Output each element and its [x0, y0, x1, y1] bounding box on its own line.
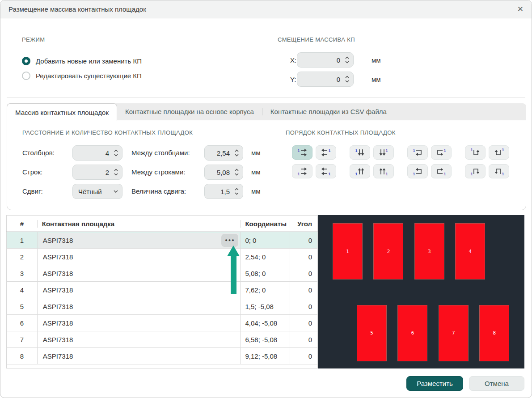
- preview-pad-number: 2: [387, 249, 390, 254]
- row-coords: 6,58; -5,08: [240, 331, 290, 347]
- table-row[interactable]: 4ASPI73187,62; 00: [6, 282, 318, 298]
- order-button-snake-cols-from-bottom-left[interactable]: 1: [465, 164, 486, 178]
- distance-spinner[interactable]: 2,54: [204, 145, 243, 161]
- shift-select[interactable]: Чётный: [72, 184, 122, 199]
- spinner-chevrons-icon[interactable]: [345, 75, 350, 84]
- order-group: 1111: [350, 145, 394, 178]
- svg-text:1: 1: [471, 172, 473, 176]
- cols-up-from-bottom-right-icon: 1: [378, 166, 389, 176]
- preview-pad-number: 3: [428, 249, 431, 254]
- chevron-down-icon[interactable]: [113, 190, 118, 193]
- preview-pad: 2: [373, 223, 403, 279]
- order-button-cols-up-from-bottom-right[interactable]: 1: [373, 164, 394, 178]
- row-coords: 1,5; -5,08: [240, 298, 290, 314]
- unit-label: мм: [372, 56, 381, 64]
- pad-name: ASPI7318: [37, 249, 241, 265]
- spinner-chevrons-icon[interactable]: [345, 55, 350, 64]
- annotation-arrow-shaft: [231, 256, 236, 294]
- pad-name: ASPI7318: [37, 348, 241, 364]
- spinner-value: 4: [78, 149, 114, 157]
- order-button-snake-rows-from-bottom-right[interactable]: 1: [431, 164, 452, 178]
- section-divider: [7, 97, 525, 98]
- distance-spinner[interactable]: 5,08: [204, 165, 243, 180]
- order-button-cols-up-from-bottom-left[interactable]: 1: [350, 164, 370, 178]
- spinner-chevrons-icon[interactable]: [114, 168, 118, 177]
- table-row[interactable]: 6ASPI73184,04; -5,080: [6, 315, 318, 331]
- cancel-button[interactable]: Отмена: [469, 376, 524, 391]
- snake-cols-from-bottom-left-icon: 1: [469, 166, 481, 176]
- offset-axis-label: X:: [290, 56, 297, 64]
- ellipsis-button[interactable]: ●●●: [221, 234, 238, 247]
- cols-down-from-top-right-icon: 1: [378, 148, 389, 157]
- radio-label: Добавить новые или заменить КП: [36, 57, 142, 65]
- pad-name: ASPI7318: [37, 265, 241, 281]
- row-number: 4: [7, 282, 37, 298]
- count-spinner[interactable]: 4: [72, 145, 122, 161]
- tab-pad-array[interactable]: Массив контактных площадок: [7, 103, 117, 121]
- order-button-snake-rows-from-top-left[interactable]: 1: [407, 145, 428, 160]
- radio-option[interactable]: Добавить новые или заменить КП: [22, 56, 142, 65]
- table-row[interactable]: 2ASPI73182,54; 00: [6, 249, 318, 265]
- row-coords: 7,62; 0: [240, 282, 290, 298]
- pad-array-dialog: Размещение массива контактных площадок ✕…: [0, 0, 532, 398]
- distance-spinner[interactable]: 1,5: [204, 184, 243, 199]
- row-number: 6: [7, 315, 37, 331]
- rows-left-from-top-right-icon: 1: [320, 148, 332, 157]
- unit-label: мм: [251, 168, 261, 176]
- table-row[interactable]: 8ASPI73189,12; -5,080: [6, 348, 318, 364]
- preview-pad: 8: [479, 305, 509, 361]
- spinner-value: 5,08: [210, 169, 234, 176]
- field-label: Столбцов:: [22, 149, 55, 157]
- radio-label: Редактировать существующие КП: [36, 72, 142, 80]
- order-button-rows-left-from-bottom-right[interactable]: 1: [316, 164, 336, 178]
- tab-footprint-pads[interactable]: Контактные площадки на основе корпуса: [117, 103, 262, 120]
- pad-name-field[interactable]: ASPI7318●●●: [38, 233, 240, 248]
- svg-text:1: 1: [355, 148, 358, 153]
- svg-text:1: 1: [471, 148, 473, 152]
- spinner-chevrons-icon[interactable]: [234, 148, 239, 157]
- count-spinner[interactable]: 2: [72, 165, 122, 180]
- cols-down-from-top-left-icon: 1: [354, 148, 366, 157]
- table-header: #Контактная площадкаКоординатыУгол: [6, 215, 318, 232]
- order-button-rows-right-from-top-left[interactable]: 1: [292, 145, 312, 160]
- offset-x-spinner[interactable]: 0: [297, 52, 354, 68]
- svg-text:1: 1: [329, 172, 331, 176]
- spinner-chevrons-icon[interactable]: [234, 168, 239, 177]
- row-number: 5: [7, 298, 37, 314]
- offset-y-spinner[interactable]: 0: [297, 72, 354, 87]
- order-button-cols-down-from-top-left[interactable]: 1: [350, 145, 370, 160]
- svg-text:1: 1: [386, 172, 388, 176]
- row-number: 2: [7, 249, 37, 265]
- spinner-chevrons-icon[interactable]: [234, 187, 239, 196]
- spinner-value: 2: [78, 169, 114, 176]
- row-angle: 0: [290, 249, 317, 265]
- tab-panel: РАССТОЯНИЕ И КОЛИЧЕСТВО КОНТАКТНЫХ ПЛОЩА…: [7, 120, 526, 210]
- order-button-snake-rows-from-top-right[interactable]: 1: [431, 145, 452, 160]
- order-button-snake-cols-from-top-left[interactable]: 1: [465, 145, 486, 160]
- radio-selected-icon[interactable]: [22, 57, 30, 65]
- table-row[interactable]: 5ASPI73181,5; -5,080: [6, 298, 318, 315]
- table-body: 1ASPI7318●●●0; 002ASPI73182,54; 003ASPI7…: [6, 232, 318, 364]
- preview-pad-number: 6: [411, 330, 414, 336]
- close-icon[interactable]: ✕: [517, 4, 524, 14]
- order-button-snake-cols-from-top-right[interactable]: 1: [489, 145, 509, 160]
- svg-text:1: 1: [298, 172, 300, 176]
- order-button-rows-left-from-top-right[interactable]: 1: [316, 145, 336, 160]
- order-button-rows-right-from-bottom-left[interactable]: 1: [292, 164, 312, 178]
- order-button-snake-rows-from-bottom-left[interactable]: 1: [407, 164, 428, 178]
- preview-pad-number: 4: [469, 249, 472, 254]
- preview-pad: 3: [414, 223, 444, 279]
- spinner-chevrons-icon[interactable]: [114, 148, 118, 157]
- order-button-snake-cols-from-bottom-right[interactable]: 1: [489, 164, 509, 178]
- radio-unselected-icon[interactable]: [22, 72, 30, 80]
- svg-text:1: 1: [444, 172, 446, 176]
- radio-option[interactable]: Редактировать существующие КП: [22, 71, 142, 80]
- place-button[interactable]: Разместить: [406, 376, 463, 391]
- spinner-value: 0: [303, 76, 345, 83]
- table-row[interactable]: 7ASPI73186,58; -5,080: [6, 331, 318, 348]
- tab-csv-pads[interactable]: Контактные площадки из CSV файла: [262, 103, 395, 120]
- table-row[interactable]: 3ASPI73185,08; 00: [6, 265, 318, 282]
- table-row[interactable]: 1ASPI7318●●●0; 00: [6, 232, 318, 249]
- spacing-heading: РАССТОЯНИЕ И КОЛИЧЕСТВО КОНТАКТНЫХ ПЛОЩА…: [22, 129, 193, 136]
- order-button-cols-down-from-top-right[interactable]: 1: [373, 145, 394, 160]
